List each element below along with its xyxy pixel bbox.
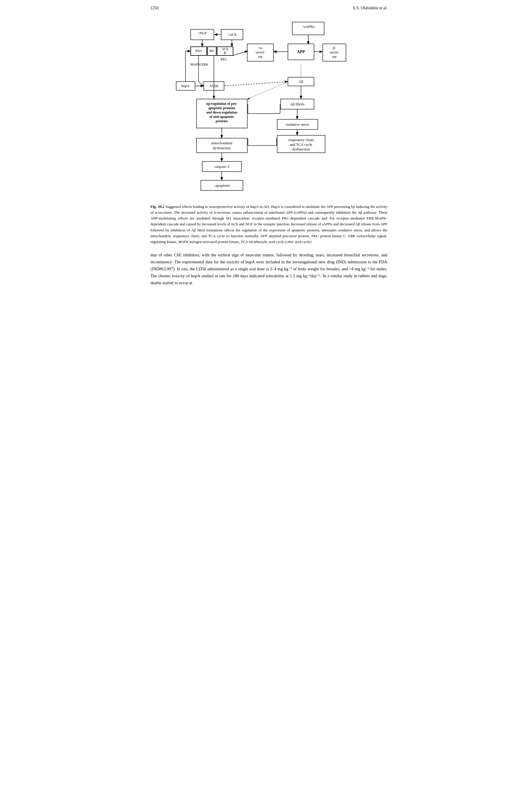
- svg-rect-52: [196, 138, 247, 153]
- svg-line-80: [248, 81, 288, 99]
- svg-text:Aβ fibrils: Aβ fibrils: [290, 102, 304, 106]
- svg-text:apoptotic proteins: apoptotic proteins: [208, 106, 235, 110]
- svg-text:and down-regulation: and down-regulation: [206, 110, 237, 114]
- page-header: 1250 E.S. Olafsdóttir et al.: [151, 6, 387, 11]
- svg-text:↓apoptosis: ↓apoptosis: [214, 183, 230, 188]
- svg-text:β-: β-: [332, 46, 336, 50]
- caption-text: Suggested effects leading to neuroprotec…: [151, 204, 387, 244]
- body-paragraph: that of other ChE inhibitors, with the e…: [151, 252, 387, 286]
- svg-text:ase: ase: [258, 55, 262, 59]
- svg-text:hupA: hupA: [181, 83, 190, 88]
- page-number: 1250: [151, 6, 159, 11]
- figure-diagram: ↑sAPPα ↑NGF ↑ACh TrkA M1 ACh R PKC MAPK/…: [168, 13, 370, 199]
- svg-text:MAPK/ERK: MAPK/ERK: [190, 62, 208, 67]
- svg-text:R: R: [224, 51, 226, 55]
- svg-text:up-regulation of pro-: up-regulation of pro-: [206, 101, 238, 106]
- svg-text:TrkA: TrkA: [195, 49, 202, 53]
- svg-text:ase: ase: [332, 55, 336, 59]
- svg-line-71: [198, 81, 204, 86]
- svg-text:of anti-apoptotic: of anti-apoptotic: [209, 115, 234, 119]
- svg-text:secret-: secret-: [256, 50, 265, 54]
- svg-text:↑ACh: ↑ACh: [227, 32, 236, 37]
- svg-text:↑sAPPα: ↑sAPPα: [302, 24, 314, 29]
- svg-text:dysfunction: dysfunction: [213, 146, 231, 150]
- svg-text:ACh: ACh: [222, 47, 228, 51]
- svg-text:secret-: secret-: [330, 50, 339, 54]
- body-text: that of other ChE inhibitors, with the e…: [151, 252, 387, 286]
- svg-text:caspase-3: caspase-3: [214, 164, 229, 169]
- svg-text:dysfunction: dysfunction: [292, 147, 310, 151]
- svg-line-76: [233, 51, 247, 55]
- svg-text:↑NGF: ↑NGF: [197, 31, 207, 35]
- figure-container: ↑sAPPα ↑NGF ↑ACh TrkA M1 ACh R PKC MAPK/…: [151, 13, 387, 199]
- svg-text:oxidative stress: oxidative stress: [286, 122, 309, 127]
- svg-text:Aβ: Aβ: [298, 79, 303, 83]
- author-name: E.S. Olafsdóttir et al.: [353, 6, 387, 11]
- svg-text:proteins: proteins: [216, 119, 228, 123]
- svg-line-36: [225, 81, 287, 86]
- figure-caption: Fig. 39.2 Suggested effects leading to n…: [151, 204, 387, 245]
- svg-text:respiratory chain: respiratory chain: [288, 138, 314, 142]
- caption-label: Fig. 39.2: [151, 204, 165, 209]
- svg-text:PKC: PKC: [221, 57, 227, 61]
- svg-text:and TCA cycle: and TCA cycle: [290, 142, 312, 147]
- svg-text:↑α-: ↑α-: [258, 46, 262, 50]
- svg-text:APP: APP: [297, 50, 305, 54]
- svg-text:M1: M1: [209, 49, 214, 53]
- svg-text:mitochondrial: mitochondrial: [211, 141, 232, 145]
